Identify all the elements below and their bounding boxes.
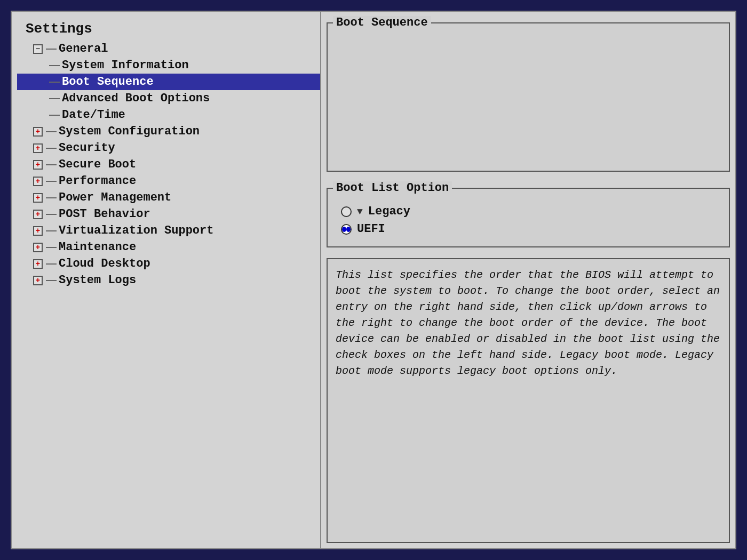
security-expander[interactable]: + <box>33 143 43 153</box>
settings-label: Settings <box>20 19 98 39</box>
connector <box>46 164 57 165</box>
general-label: General <box>59 42 108 55</box>
boot-list-radio-group: ▼ Legacy UEFI <box>336 199 721 241</box>
boot-list-option-title: Boot List Option <box>333 181 452 195</box>
virtualization-support-label: Virtualization Support <box>59 224 213 237</box>
maintenance-expander[interactable]: + <box>33 243 43 252</box>
left-panel: Settings − General System Information Bo… <box>12 12 321 548</box>
performance-item[interactable]: + Performance <box>17 173 320 189</box>
connector <box>46 181 57 182</box>
post-behavior-label: POST Behavior <box>59 207 150 221</box>
connector <box>46 247 57 248</box>
cloud-desktop-item[interactable]: + Cloud Desktop <box>17 255 320 272</box>
connector <box>46 230 57 231</box>
uefi-radio-item[interactable]: UEFI <box>341 222 716 236</box>
boot-sequence-item[interactable]: Boot Sequence <box>17 74 320 90</box>
connector <box>46 263 57 265</box>
secure-boot-item[interactable]: + Secure Boot <box>17 156 320 173</box>
advanced-boot-options-item[interactable]: Advanced Boot Options <box>17 90 320 107</box>
maintenance-item[interactable]: + Maintenance <box>17 239 320 255</box>
advanced-boot-options-label: Advanced Boot Options <box>62 92 210 105</box>
system-configuration-item[interactable]: + System Configuration <box>17 123 320 140</box>
cloud-desktop-expander[interactable]: + <box>33 259 43 269</box>
security-item[interactable]: + Security <box>17 140 320 156</box>
secure-boot-expander[interactable]: + <box>33 160 43 170</box>
post-behavior-expander[interactable]: + <box>33 210 43 219</box>
system-configuration-expander[interactable]: + <box>33 127 43 137</box>
connector <box>49 65 60 66</box>
cloud-desktop-label: Cloud Desktop <box>59 257 150 270</box>
radio-dot <box>342 227 346 232</box>
connector <box>49 98 60 99</box>
maintenance-label: Maintenance <box>59 241 136 254</box>
legacy-radio-item[interactable]: ▼ Legacy <box>341 205 716 218</box>
description-text: This list specifies the order that the B… <box>336 269 720 377</box>
boot-sequence-label: Boot Sequence <box>62 75 154 89</box>
uefi-radio-label: UEFI <box>357 222 385 236</box>
virtualization-support-expander[interactable]: + <box>33 226 43 236</box>
connector <box>46 280 57 281</box>
connector <box>46 214 57 215</box>
system-information-label: System Information <box>62 59 189 72</box>
legacy-radio-circle[interactable] <box>341 206 352 217</box>
system-information-item[interactable]: System Information <box>17 57 320 74</box>
power-management-item[interactable]: + Power Management <box>17 189 320 206</box>
system-configuration-label: System Configuration <box>59 125 200 138</box>
power-management-expander[interactable]: + <box>33 193 43 203</box>
legacy-radio-label: Legacy <box>368 205 410 218</box>
connector <box>49 82 60 83</box>
performance-expander[interactable]: + <box>33 177 43 186</box>
connector <box>49 115 60 116</box>
connector <box>46 49 57 50</box>
bios-container: Settings − General System Information Bo… <box>11 11 736 549</box>
general-expander[interactable]: − <box>33 44 43 54</box>
settings-tree: Settings − General System Information Bo… <box>12 17 320 289</box>
virtualization-support-item[interactable]: + Virtualization Support <box>17 222 320 239</box>
power-management-label: Power Management <box>59 191 171 204</box>
boot-sequence-section: Boot Sequence <box>327 22 730 172</box>
legacy-arrow-icon: ▼ <box>357 206 363 217</box>
boot-list-section: Boot List Option ▼ Legacy UEFI <box>327 188 730 247</box>
date-time-label: Date/Time <box>62 108 125 122</box>
description-section: This list specifies the order that the B… <box>327 258 730 543</box>
settings-root-label: Settings <box>17 17 320 41</box>
post-behavior-item[interactable]: + POST Behavior <box>17 206 320 222</box>
performance-label: Performance <box>59 174 136 188</box>
connector <box>46 197 57 198</box>
general-item[interactable]: − General <box>17 41 320 57</box>
uefi-radio-circle[interactable] <box>341 224 352 235</box>
security-label: Security <box>59 141 115 155</box>
date-time-item[interactable]: Date/Time <box>17 107 320 123</box>
boot-sequence-title: Boot Sequence <box>333 16 431 29</box>
system-logs-expander[interactable]: + <box>33 276 43 285</box>
secure-boot-label: Secure Boot <box>59 158 136 171</box>
system-logs-label: System Logs <box>59 274 136 287</box>
connector <box>46 131 57 132</box>
connector <box>46 148 57 149</box>
system-logs-item[interactable]: + System Logs <box>17 272 320 289</box>
right-panel: Boot Sequence Boot List Option ▼ Legacy … <box>321 12 735 548</box>
